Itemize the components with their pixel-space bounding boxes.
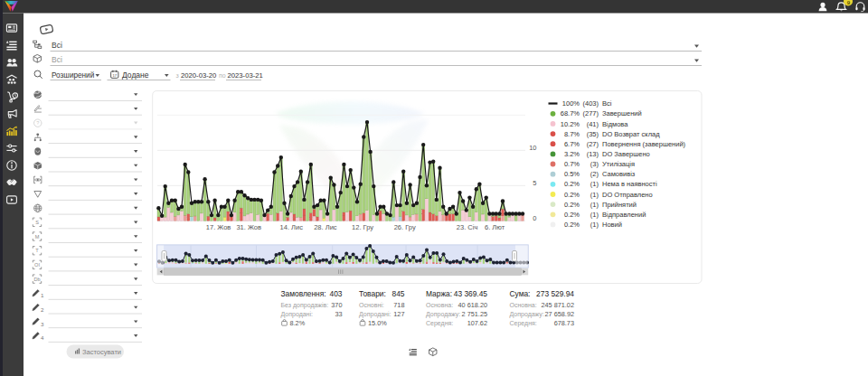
- svg-text:23. Січ: 23. Січ: [457, 223, 478, 231]
- svg-text:Застосувати: Застосувати: [82, 348, 121, 356]
- svg-text:2023-03-21: 2023-03-21: [228, 71, 263, 80]
- svg-text:100%: 100%: [562, 99, 580, 108]
- svg-text:107.62: 107.62: [467, 319, 487, 327]
- svg-text:Замовлення:: Замовлення:: [281, 289, 326, 298]
- svg-text:Товари:: Товари:: [359, 289, 386, 298]
- svg-text:9: 9: [847, 0, 851, 5]
- svg-text:?: ?: [36, 120, 39, 126]
- svg-text:6. Лют: 6. Лют: [485, 223, 505, 231]
- svg-text:15.0%: 15.0%: [368, 319, 387, 327]
- svg-text:845: 845: [392, 289, 405, 298]
- svg-text:0.2%: 0.2%: [564, 211, 580, 219]
- svg-text:14. Лис: 14. Лис: [280, 223, 304, 231]
- svg-text:6.7%: 6.7%: [564, 140, 580, 148]
- svg-text:Додане: Додане: [122, 70, 149, 80]
- svg-text:273 529.94: 273 529.94: [536, 289, 574, 298]
- svg-text:245 871.02: 245 871.02: [541, 301, 574, 309]
- svg-text:(35): (35): [587, 130, 599, 138]
- svg-text:Основна:: Основна:: [426, 302, 453, 308]
- svg-text:0.2%: 0.2%: [564, 191, 580, 199]
- svg-text:0: 0: [533, 214, 536, 222]
- svg-text:Без допродажів:: Без допродажів:: [281, 302, 329, 309]
- svg-text:33: 33: [335, 310, 342, 318]
- svg-text:31. Жов: 31. Жов: [236, 223, 261, 231]
- svg-text:403: 403: [330, 289, 343, 298]
- svg-text:17: 17: [112, 73, 117, 78]
- svg-text:DO Завершено: DO Завершено: [602, 150, 650, 158]
- svg-text:718: 718: [393, 301, 404, 309]
- svg-text:17. Жов: 17. Жов: [206, 223, 231, 231]
- svg-text:(1): (1): [590, 180, 599, 188]
- svg-text:0.7%: 0.7%: [564, 160, 580, 168]
- svg-text:(13): (13): [587, 150, 599, 158]
- svg-text:10: 10: [529, 144, 536, 152]
- svg-text:26. Гру: 26. Гру: [394, 223, 416, 231]
- svg-text:3.2%: 3.2%: [564, 150, 580, 158]
- svg-text:2: 2: [41, 306, 44, 313]
- svg-text:127: 127: [393, 310, 404, 318]
- svg-text:Допродані:: Допродані:: [281, 311, 314, 318]
- svg-text:M: M: [35, 234, 40, 240]
- svg-text:(27): (27): [587, 140, 599, 148]
- svg-text:8.7%: 8.7%: [564, 130, 580, 138]
- svg-text:Основна:: Основна:: [510, 302, 537, 308]
- svg-text:68.7%: 68.7%: [561, 109, 580, 118]
- svg-text:з: з: [176, 72, 179, 79]
- svg-text:370: 370: [331, 301, 342, 309]
- svg-text:678.73: 678.73: [554, 319, 574, 327]
- svg-text:Всі: Всі: [52, 55, 62, 64]
- svg-text:(1): (1): [590, 201, 599, 209]
- svg-text:10.2%: 10.2%: [561, 120, 580, 128]
- svg-text:2020-03-20: 2020-03-20: [181, 71, 216, 80]
- svg-text:Середня:: Середня:: [510, 320, 537, 327]
- svg-text:12. Гру: 12. Гру: [352, 223, 373, 231]
- svg-text:Середня:: Середня:: [426, 320, 453, 327]
- svg-text:S: S: [35, 220, 39, 225]
- svg-text:Допродажу:: Допродажу:: [510, 311, 544, 318]
- svg-text:Нема в наявності: Нема в наявності: [602, 180, 657, 188]
- svg-text:Основні:: Основні:: [359, 302, 384, 308]
- svg-text:0.5%: 0.5%: [564, 170, 580, 178]
- svg-text:4: 4: [41, 334, 44, 341]
- svg-text:43 369.45: 43 369.45: [454, 289, 488, 298]
- svg-text:T: T: [35, 248, 39, 253]
- svg-text:Сума:: Сума:: [510, 289, 531, 298]
- svg-text:Самовивіз: Самовивіз: [602, 170, 636, 178]
- svg-text:0.2%: 0.2%: [564, 221, 580, 229]
- svg-text:8.2%: 8.2%: [290, 319, 306, 327]
- svg-text:27 658.92: 27 658.92: [545, 310, 574, 318]
- svg-text:DO Отправлено: DO Отправлено: [602, 191, 653, 199]
- svg-text:(2): (2): [590, 170, 599, 178]
- svg-text:Маржа:: Маржа:: [426, 289, 452, 298]
- svg-text:(1): (1): [590, 211, 599, 219]
- svg-text:2 751.25: 2 751.25: [462, 310, 487, 318]
- svg-text:OI: OI: [34, 262, 40, 268]
- svg-text:Всі: Всі: [602, 99, 612, 108]
- svg-text:0.2%: 0.2%: [564, 201, 580, 209]
- svg-text:Відмова: Відмова: [602, 120, 628, 128]
- svg-text:0.2%: 0.2%: [564, 180, 580, 188]
- svg-text:Завершений: Завершений: [602, 109, 642, 118]
- svg-text:(3): (3): [590, 160, 599, 168]
- svg-text:Всі: Всі: [52, 41, 62, 50]
- svg-text:DO Возврат склад: DO Возврат склад: [602, 130, 660, 138]
- svg-text:(1): (1): [590, 221, 599, 229]
- svg-text:Новий: Новий: [602, 221, 622, 229]
- svg-text:Розширений: Розширений: [52, 71, 94, 80]
- svg-text:Db: Db: [33, 277, 40, 282]
- svg-text:Прийнятий: Прийнятий: [602, 201, 637, 209]
- svg-text:Утилізація: Утилізація: [602, 160, 635, 168]
- svg-text:(41): (41): [587, 120, 599, 128]
- svg-text:40 618.20: 40 618.20: [458, 301, 487, 309]
- svg-text:(1): (1): [590, 191, 599, 199]
- svg-text:(403): (403): [582, 99, 599, 108]
- svg-text:по: по: [219, 72, 226, 79]
- svg-text:Повернення (завершений): Повернення (завершений): [602, 140, 686, 148]
- svg-text:5: 5: [533, 179, 536, 187]
- svg-text:Відправлений: Відправлений: [602, 211, 646, 219]
- svg-text:Допродажу:: Допродажу:: [426, 311, 460, 318]
- svg-text:28. Лис: 28. Лис: [314, 223, 337, 231]
- svg-text:Допродані:: Допродані:: [359, 311, 392, 318]
- svg-text:1: 1: [41, 292, 44, 298]
- svg-text:(277): (277): [582, 109, 599, 118]
